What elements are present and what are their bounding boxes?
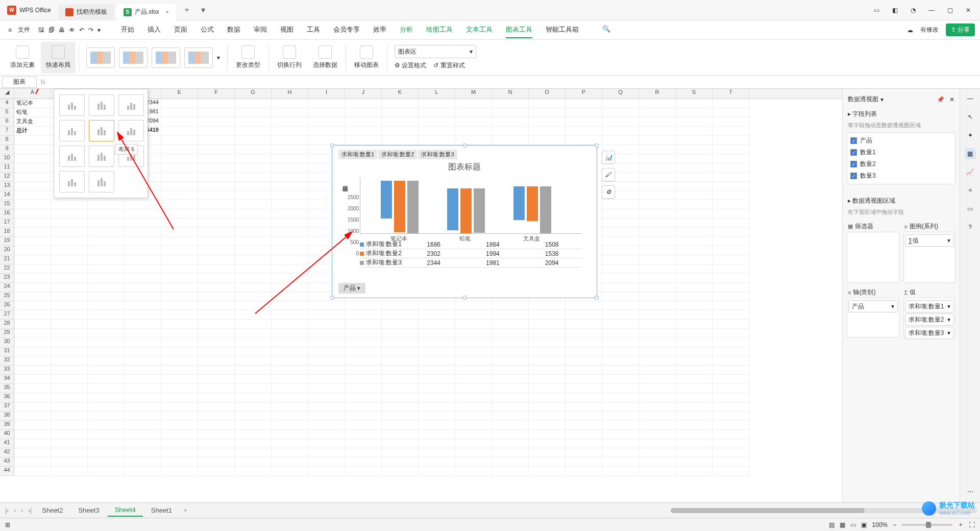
cell[interactable] [382, 99, 419, 108]
cell[interactable] [492, 366, 529, 375]
row-header[interactable]: 9 [0, 145, 14, 154]
cell[interactable] [639, 310, 676, 320]
cell[interactable] [492, 329, 529, 338]
cell[interactable] [235, 283, 272, 292]
field-btn-2[interactable]: 求和项:数量2 [378, 150, 417, 159]
cell[interactable] [639, 292, 676, 301]
cell[interactable] [419, 384, 455, 393]
cell[interactable] [125, 209, 161, 219]
cell[interactable] [88, 219, 125, 228]
cell[interactable] [639, 375, 676, 384]
cell[interactable] [382, 108, 419, 117]
cell[interactable] [713, 338, 749, 347]
cell[interactable] [676, 108, 713, 117]
cell[interactable] [272, 356, 308, 366]
cell[interactable] [492, 108, 529, 117]
view-page-icon[interactable]: ▦ [840, 521, 845, 528]
cell[interactable] [566, 375, 602, 384]
cell[interactable] [88, 412, 125, 421]
cell[interactable] [382, 439, 419, 448]
cell[interactable] [51, 347, 88, 356]
cell[interactable] [308, 356, 345, 366]
row-header[interactable]: 20 [0, 246, 14, 255]
new-tab-button[interactable]: ＋ [178, 5, 196, 15]
cell[interactable] [51, 338, 88, 347]
cell[interactable] [125, 421, 161, 430]
cell[interactable] [713, 228, 749, 237]
cell[interactable] [713, 457, 749, 467]
cell[interactable] [529, 439, 566, 448]
cell[interactable] [639, 108, 676, 117]
add-sheet-button[interactable]: ＋ [180, 506, 190, 515]
cell[interactable] [639, 457, 676, 467]
cell[interactable] [713, 219, 749, 228]
cell[interactable] [88, 430, 125, 439]
cell[interactable] [492, 467, 529, 476]
area-filter[interactable] [847, 232, 899, 283]
cell[interactable] [639, 329, 676, 338]
cell[interactable] [345, 412, 382, 421]
select-all-corner[interactable]: ◢ [0, 89, 14, 99]
cell[interactable] [455, 375, 492, 384]
cell[interactable] [713, 366, 749, 375]
cell[interactable] [713, 347, 749, 356]
cell[interactable] [235, 467, 272, 476]
cell[interactable] [602, 283, 639, 292]
tab-smart-toolbox[interactable]: 智能工具箱 [546, 22, 579, 38]
cell[interactable] [14, 283, 51, 292]
cell[interactable] [198, 246, 235, 255]
cell[interactable] [125, 366, 161, 375]
cell[interactable] [602, 320, 639, 329]
undo-icon[interactable]: ↶ [79, 27, 84, 34]
cell[interactable] [676, 255, 713, 264]
cell[interactable] [125, 320, 161, 329]
cell[interactable] [529, 402, 566, 412]
tab-text-tools[interactable]: 文本工具 [466, 22, 493, 38]
row-header[interactable]: 18 [0, 228, 14, 237]
cell[interactable] [713, 310, 749, 320]
row-header[interactable]: 43 [0, 457, 14, 467]
cell[interactable] [492, 375, 529, 384]
row-header[interactable]: 4 [0, 99, 14, 108]
cell[interactable] [713, 117, 749, 127]
cell[interactable] [713, 237, 749, 246]
cell[interactable] [492, 310, 529, 320]
cell[interactable] [125, 467, 161, 476]
cell[interactable] [125, 448, 161, 457]
row-header[interactable]: 6 [0, 117, 14, 127]
cell[interactable] [51, 430, 88, 439]
cell[interactable] [198, 200, 235, 209]
cell[interactable] [566, 467, 602, 476]
layout-gallery-more-icon[interactable]: ▾ [217, 54, 220, 61]
cell[interactable] [419, 301, 455, 310]
row-header[interactable]: 13 [0, 182, 14, 191]
cell[interactable] [125, 402, 161, 412]
layout-style-1[interactable] [86, 47, 115, 68]
spreadsheet-grid[interactable]: ◢ A B C D E F G H I J K L M N O P Q R S … [0, 89, 842, 502]
layout-option-7[interactable] [59, 146, 85, 167]
row-header[interactable]: 41 [0, 439, 14, 448]
cell[interactable] [455, 301, 492, 310]
cell[interactable]: 笔记本 [14, 99, 51, 108]
cell[interactable] [272, 412, 308, 421]
cell[interactable] [713, 375, 749, 384]
cell[interactable] [713, 274, 749, 283]
cell[interactable] [345, 127, 382, 136]
legend-value-pill[interactable]: ∑值▾ [905, 234, 954, 247]
cell[interactable] [51, 421, 88, 430]
cell[interactable] [88, 246, 125, 255]
cell[interactable] [602, 99, 639, 108]
fullscreen-icon[interactable]: ⛶ [969, 521, 975, 528]
cell[interactable] [455, 99, 492, 108]
cell[interactable] [602, 384, 639, 393]
cell[interactable] [529, 356, 566, 366]
cell[interactable] [345, 329, 382, 338]
cell[interactable] [566, 366, 602, 375]
sheet-tab-sheet2[interactable]: Sheet2 [35, 504, 70, 516]
cell[interactable] [639, 209, 676, 219]
cell[interactable] [14, 145, 51, 154]
cell[interactable] [88, 264, 125, 274]
cell[interactable] [713, 384, 749, 393]
cell[interactable] [51, 301, 88, 310]
cell[interactable] [308, 99, 345, 108]
